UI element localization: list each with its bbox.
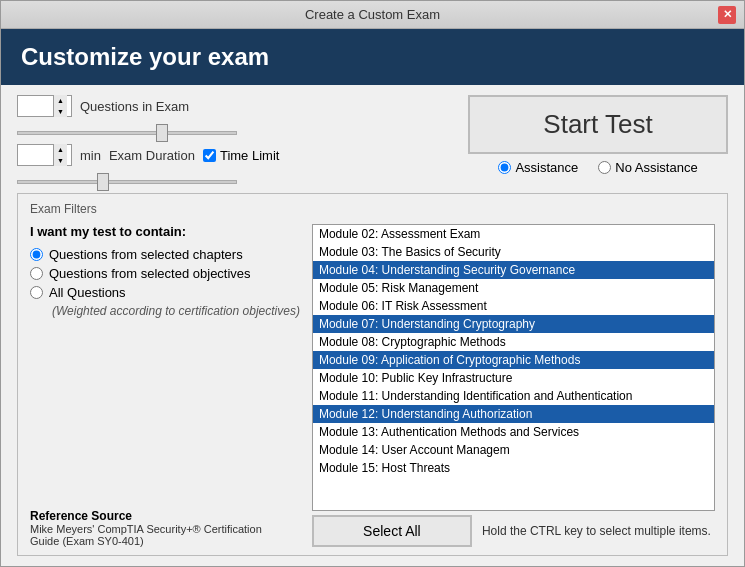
close-button[interactable]: ✕ <box>718 6 736 24</box>
filters-section: Exam Filters I want my test to contain: … <box>17 193 728 556</box>
reference-text2: Guide (Exam SY0-401) <box>30 535 300 547</box>
questions-spinner[interactable]: 134 ▲ ▼ <box>17 95 72 117</box>
list-panel: Module 02: Assessment ExamModule 03: The… <box>312 224 715 547</box>
questions-up-btn[interactable]: ▲ <box>54 95 67 106</box>
duration-spinner[interactable]: 70 ▲ ▼ <box>17 144 72 166</box>
filter-chapters-label: Questions from selected chapters <box>49 247 243 262</box>
questions-label: Questions in Exam <box>80 99 189 114</box>
no-assistance-radio[interactable] <box>598 161 611 174</box>
questions-down-btn[interactable]: ▼ <box>54 106 67 117</box>
top-row: 134 ▲ ▼ Questions in Exam 70 <box>17 95 728 187</box>
filter-all-label: All Questions <box>49 285 126 300</box>
filter-objectives-option[interactable]: Questions from selected objectives <box>30 266 300 281</box>
main-window: Create a Custom Exam ✕ Customize your ex… <box>0 0 745 567</box>
filter-chapters-option[interactable]: Questions from selected chapters <box>30 247 300 262</box>
module-list-item[interactable]: Module 11: Understanding Identification … <box>313 387 714 405</box>
right-panel: Start Test Assistance No Assistance <box>468 95 728 175</box>
filter-objectives-label: Questions from selected objectives <box>49 266 251 281</box>
filter-chapters-radio[interactable] <box>30 248 43 261</box>
assistance-radio-row: Assistance No Assistance <box>498 160 697 175</box>
modules-list[interactable]: Module 02: Assessment ExamModule 03: The… <box>312 224 715 511</box>
hint-text: Hold the CTRL key to select multiple ite… <box>482 524 711 538</box>
assistance-option[interactable]: Assistance <box>498 160 578 175</box>
questions-slider-container <box>17 123 237 138</box>
module-list-item[interactable]: Module 10: Public Key Infrastructure <box>313 369 714 387</box>
filter-all-radio[interactable] <box>30 286 43 299</box>
content-area: 134 ▲ ▼ Questions in Exam 70 <box>1 85 744 566</box>
module-list-item[interactable]: Module 02: Assessment Exam <box>313 225 714 243</box>
module-list-item[interactable]: Module 15: Host Threats <box>313 459 714 477</box>
duration-unit: min <box>80 148 101 163</box>
duration-down-btn[interactable]: ▼ <box>54 155 67 166</box>
module-list-item[interactable]: Module 04: Understanding Security Govern… <box>313 261 714 279</box>
questions-row: 134 ▲ ▼ Questions in Exam <box>17 95 452 117</box>
module-list-item[interactable]: Module 12: Understanding Authorization <box>313 405 714 423</box>
page-title: Customize your exam <box>21 43 724 71</box>
left-controls: 134 ▲ ▼ Questions in Exam 70 <box>17 95 452 187</box>
no-assistance-option[interactable]: No Assistance <box>598 160 697 175</box>
select-all-button[interactable]: Select All <box>312 515 472 547</box>
title-bar: Create a Custom Exam ✕ <box>1 1 744 29</box>
filters-inner: I want my test to contain: Questions fro… <box>30 224 715 547</box>
module-list-item[interactable]: Module 08: Cryptographic Methods <box>313 333 714 351</box>
reference-title: Reference Source <box>30 509 300 523</box>
module-list-item[interactable]: Module 13: Authentication Methods and Se… <box>313 423 714 441</box>
time-limit-text: Time Limit <box>220 148 279 163</box>
module-list-item[interactable]: Module 14: User Account Managem <box>313 441 714 459</box>
window-title: Create a Custom Exam <box>27 7 718 22</box>
filter-objectives-radio[interactable] <box>30 267 43 280</box>
questions-input[interactable]: 134 <box>18 97 53 116</box>
module-list-item[interactable]: Module 09: Application of Cryptographic … <box>313 351 714 369</box>
time-limit-label[interactable]: Time Limit <box>203 148 279 163</box>
filter-note: (Weighted according to certification obj… <box>52 304 300 318</box>
header-band: Customize your exam <box>1 29 744 85</box>
filter-options: I want my test to contain: Questions fro… <box>30 224 300 547</box>
duration-row: 70 ▲ ▼ min Exam Duration Time Limit <box>17 144 452 166</box>
assistance-radio[interactable] <box>498 161 511 174</box>
duration-slider[interactable] <box>17 180 237 184</box>
module-list-item[interactable]: Module 03: The Basics of Security <box>313 243 714 261</box>
duration-input[interactable]: 70 <box>18 146 53 165</box>
filters-title: Exam Filters <box>30 202 715 216</box>
time-limit-checkbox[interactable] <box>203 149 216 162</box>
start-test-button[interactable]: Start Test <box>468 95 728 154</box>
module-list-item[interactable]: Module 05: Risk Management <box>313 279 714 297</box>
duration-up-btn[interactable]: ▲ <box>54 144 67 155</box>
questions-spinner-buttons: ▲ ▼ <box>53 95 67 117</box>
duration-slider-container <box>17 172 237 187</box>
questions-slider[interactable] <box>17 131 237 135</box>
module-list-item[interactable]: Module 06: IT Risk Assessment <box>313 297 714 315</box>
reference-source: Reference Source Mike Meyers' CompTIA Se… <box>30 503 300 547</box>
module-list-item[interactable]: Module 07: Understanding Cryptography <box>313 315 714 333</box>
duration-spinner-buttons: ▲ ▼ <box>53 144 67 166</box>
list-footer: Select All Hold the CTRL key to select m… <box>312 515 715 547</box>
reference-text1: Mike Meyers' CompTIA Security+® Certific… <box>30 523 300 535</box>
filter-all-option[interactable]: All Questions <box>30 285 300 300</box>
no-assistance-label: No Assistance <box>615 160 697 175</box>
duration-label: Exam Duration <box>109 148 195 163</box>
filter-title: I want my test to contain: <box>30 224 300 239</box>
assistance-label: Assistance <box>515 160 578 175</box>
